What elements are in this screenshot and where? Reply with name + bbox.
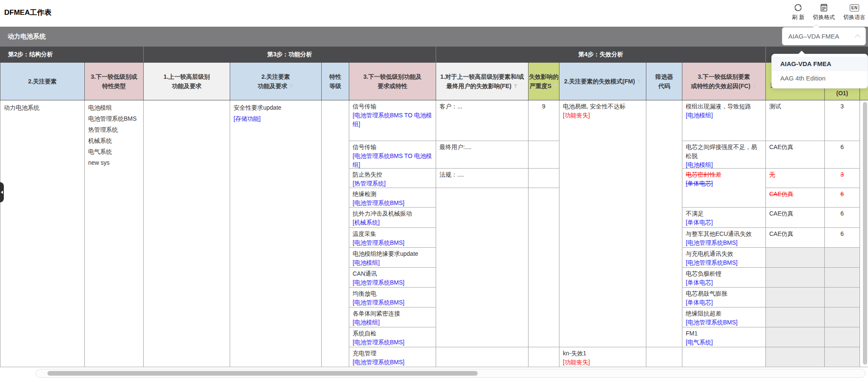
table-cell[interactable]: 不满足[单体电芯] bbox=[682, 208, 766, 228]
table-cell[interactable]: 防止热失控[热管理系统] bbox=[349, 169, 436, 188]
table-cell[interactable] bbox=[529, 169, 559, 188]
ref-link[interactable]: [电池管理系统BMS] bbox=[686, 238, 762, 247]
ref-link[interactable]: [电池管理系统BMS] bbox=[353, 278, 432, 287]
table-cell[interactable]: 均衡放电[电池管理系统BMS] bbox=[349, 288, 436, 307]
table-cell[interactable]: 电芯易鼓气膨胀[单体电芯] bbox=[682, 288, 766, 307]
ref-link[interactable]: [单体电芯] bbox=[686, 218, 762, 227]
table-cell[interactable] bbox=[529, 188, 559, 347]
table-cell[interactable]: CAE仿真 bbox=[766, 228, 825, 248]
table-cell[interactable]: 电芯密封性差[单体电芯] bbox=[682, 169, 766, 208]
table-cell[interactable]: 客户：... bbox=[436, 100, 529, 141]
table-cell[interactable]: kn-失效1[功能丧失] bbox=[559, 347, 646, 367]
table-cell[interactable] bbox=[766, 288, 825, 307]
table-cell[interactable]: 绝缘检测[电池管理系统BMS] bbox=[349, 188, 436, 208]
vertical-scrollbar[interactable] bbox=[863, 102, 867, 365]
menu-option-aag-4th[interactable]: AAG 4th Edition bbox=[772, 71, 868, 86]
menu-option-aiag-vda[interactable]: AIAG-VDA FMEA bbox=[772, 57, 868, 71]
table-cell[interactable]: CAE仿真 bbox=[766, 188, 825, 208]
table-cell[interactable] bbox=[766, 327, 825, 347]
ref-link[interactable]: [电气系统] bbox=[686, 338, 762, 347]
ref-link[interactable]: [存储功能] bbox=[234, 113, 318, 124]
format-select[interactable]: AIAG–VDA FMEA bbox=[782, 27, 866, 45]
table-cell[interactable]: 电池模组绝缘要求update[电池模组] bbox=[349, 248, 436, 268]
table-cell[interactable]: 无 bbox=[766, 169, 825, 188]
table-cell[interactable] bbox=[825, 347, 860, 367]
refresh-button[interactable]: 刷 新 bbox=[792, 3, 804, 21]
ref-link[interactable]: [热管理系统] bbox=[353, 179, 432, 188]
table-cell[interactable] bbox=[825, 307, 860, 327]
table-cell[interactable] bbox=[144, 100, 230, 367]
table-cell[interactable] bbox=[646, 347, 682, 367]
table-cell[interactable] bbox=[766, 347, 825, 367]
ref-link[interactable]: [单体电芯] bbox=[686, 278, 762, 287]
ref-link[interactable]: [机械系统] bbox=[353, 218, 432, 227]
filter-icon[interactable] bbox=[752, 82, 757, 91]
table-cell[interactable]: 3 bbox=[825, 169, 860, 188]
table-cell[interactable]: CAE仿真 bbox=[766, 141, 825, 169]
table-cell[interactable]: 充电管理[电池管理系统BMS] bbox=[349, 347, 436, 367]
table-cell[interactable]: 电池模组电池管理系统BMS热管理系统机械系统电气系统new sys bbox=[85, 100, 144, 367]
table-cell[interactable]: 信号传输[电池管理系统BMS TO 电池模组] bbox=[349, 141, 436, 169]
switch-format-button[interactable]: 切换格式 bbox=[813, 3, 835, 21]
table-cell[interactable]: 系统自检[电池管理系统BMS] bbox=[349, 327, 436, 347]
table-cell[interactable]: 6 bbox=[825, 188, 860, 208]
ref-link[interactable]: [电池管理系统BMS] bbox=[353, 199, 432, 208]
table-cell[interactable]: 电芯之间焊接强度不足，易松脱[电池模组] bbox=[682, 141, 766, 169]
table-cell[interactable]: 与整车其他ECU通讯失效[电池管理系统BMS] bbox=[682, 228, 766, 248]
table-cell[interactable]: 温度采集[电池管理系统BMS] bbox=[349, 228, 436, 248]
ref-link[interactable]: [电池管理系统BMS] bbox=[686, 318, 762, 327]
table-cell[interactable]: FM1[电气系统] bbox=[682, 327, 766, 347]
table-cell[interactable]: 9 bbox=[529, 100, 559, 141]
ref-link[interactable]: [单体电芯] bbox=[686, 298, 762, 307]
table-cell[interactable]: 抗外力冲击及机械振动[机械系统] bbox=[349, 208, 436, 228]
table-cell[interactable]: 法规：.... bbox=[436, 169, 529, 188]
table-cell[interactable]: 6 bbox=[825, 228, 860, 248]
table-cell[interactable]: 各单体间紧密连接[电池模组] bbox=[349, 307, 436, 327]
ref-link[interactable]: [电池管理系统BMS] bbox=[353, 298, 432, 307]
table-cell[interactable] bbox=[529, 141, 559, 169]
table-cell[interactable] bbox=[322, 100, 349, 367]
table-cell[interactable] bbox=[766, 248, 825, 268]
filter-icon[interactable] bbox=[637, 77, 641, 86]
table-cell[interactable] bbox=[825, 268, 860, 288]
ref-link[interactable]: [单体电芯] bbox=[686, 179, 762, 188]
table-cell[interactable]: CAE仿真 bbox=[766, 208, 825, 228]
table-cell[interactable]: 安全性要求update[存储功能] bbox=[230, 100, 322, 367]
table-cell[interactable] bbox=[825, 248, 860, 268]
ref-link[interactable]: [电池模组] bbox=[353, 258, 432, 267]
ref-link[interactable]: [电池管理系统BMS] bbox=[353, 338, 432, 347]
table-cell[interactable]: 信号传输[电池管理系统BMS TO 电池模组] bbox=[349, 100, 436, 141]
ref-link[interactable]: [电池管理系统BMS] bbox=[686, 258, 762, 267]
table-cell[interactable]: 6 bbox=[825, 208, 860, 228]
table-cell[interactable]: 6 bbox=[825, 141, 860, 169]
ref-link[interactable]: [电池管理系统BMS] bbox=[353, 238, 432, 247]
table-cell[interactable]: 与充电机通讯失效[电池管理系统BMS] bbox=[682, 248, 766, 268]
table-cell[interactable] bbox=[529, 347, 559, 367]
table-cell[interactable]: 模组出现漏液，导致短路[电池模组] bbox=[682, 100, 766, 141]
ref-link[interactable]: [电池模组] bbox=[686, 111, 762, 120]
filter-icon[interactable] bbox=[513, 82, 518, 91]
table-cell[interactable] bbox=[766, 268, 825, 288]
ref-link[interactable]: [电池模组] bbox=[686, 161, 762, 169]
table-cell[interactable]: 电池易燃, 安全性不达标[功能丧失] bbox=[559, 100, 646, 347]
table-cell[interactable]: CAN通讯[电池管理系统BMS] bbox=[349, 268, 436, 288]
filter-icon[interactable] bbox=[289, 82, 294, 91]
table-cell[interactable]: 最终用户:.... bbox=[436, 141, 529, 169]
drawer-collapse-handle[interactable] bbox=[0, 182, 4, 202]
ref-link[interactable]: [电池管理系统BMS TO 电池模组] bbox=[353, 111, 432, 129]
table-cell[interactable] bbox=[766, 307, 825, 327]
ref-link[interactable]: [电池模组] bbox=[353, 318, 432, 327]
table-cell[interactable]: 电芯负极析锂[单体电芯] bbox=[682, 268, 766, 288]
table-cell[interactable]: 测试 bbox=[766, 100, 825, 141]
table-cell[interactable] bbox=[646, 100, 682, 347]
table-cell[interactable]: 3 bbox=[825, 100, 860, 141]
table-cell[interactable] bbox=[682, 347, 766, 367]
ref-link[interactable]: [电池管理系统BMS TO 电池模组] bbox=[353, 152, 432, 169]
filter-icon[interactable] bbox=[553, 82, 558, 91]
table-cell[interactable]: 绝缘阻抗超差[电池管理系统BMS] bbox=[682, 307, 766, 327]
table-cell[interactable] bbox=[436, 188, 529, 347]
ref-link[interactable]: [电池管理系统BMS] bbox=[353, 358, 432, 367]
table-cell[interactable] bbox=[825, 288, 860, 307]
table-cell[interactable]: 动力电池系统 bbox=[0, 100, 85, 367]
horizontal-scrollbar-thumb[interactable] bbox=[47, 371, 478, 376]
